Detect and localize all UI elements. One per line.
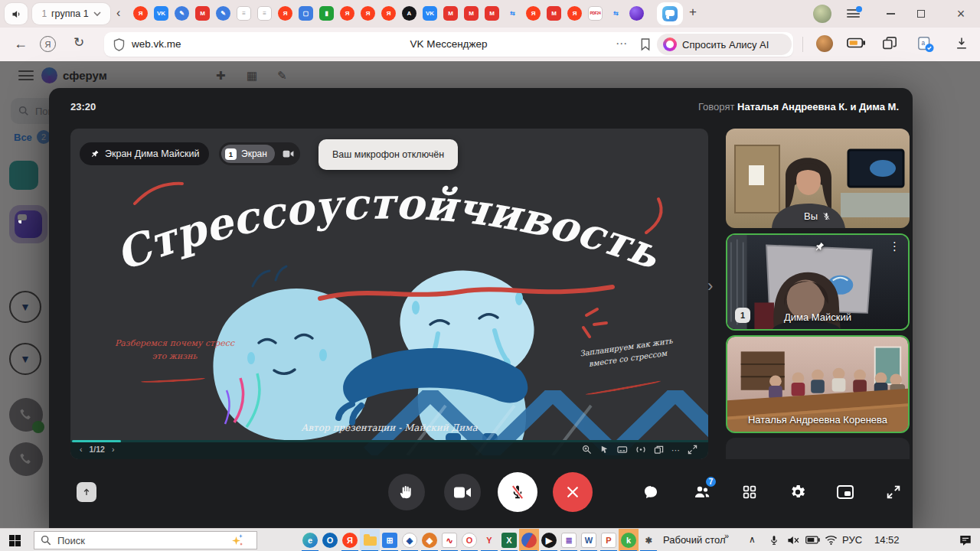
refresh-button[interactable]: ↻ xyxy=(74,34,84,51)
next-slide-button[interactable]: › xyxy=(112,445,115,454)
captions-icon[interactable] xyxy=(617,445,628,455)
taskbar-app[interactable]: O xyxy=(320,529,340,551)
window-minimize-button[interactable] xyxy=(879,0,902,28)
tab-active-messenger[interactable] xyxy=(657,2,683,25)
browser-tab[interactable]: А xyxy=(402,6,416,21)
taskbar-app[interactable] xyxy=(360,529,380,551)
extension-avatar-icon[interactable] xyxy=(816,35,833,52)
taskbar-app[interactable] xyxy=(519,529,539,551)
browser-tab[interactable]: М xyxy=(485,6,499,21)
browser-tab[interactable]: ▮ xyxy=(319,6,334,21)
browser-tab[interactable]: ✎ xyxy=(216,6,230,21)
taskbar-app[interactable]: W xyxy=(579,529,599,551)
slides-copy-icon[interactable] xyxy=(654,445,664,455)
call-history-avatar[interactable] xyxy=(9,398,43,432)
grid-view-button[interactable] xyxy=(734,477,765,507)
new-tab-button[interactable]: + xyxy=(689,5,697,20)
presentation-progress-track[interactable] xyxy=(70,440,708,442)
taskbar-app[interactable]: ≣ xyxy=(559,529,579,551)
tray-expand-chevron[interactable]: ∧ xyxy=(749,534,756,545)
pointer-icon[interactable] xyxy=(599,445,609,455)
hamburger-menu-icon[interactable] xyxy=(18,70,34,80)
taskbar-app[interactable]: k xyxy=(619,529,639,551)
start-button[interactable] xyxy=(9,535,21,546)
tray-wifi-icon[interactable] xyxy=(825,534,838,546)
collapse-panel-chevron[interactable]: › xyxy=(707,276,713,296)
desktop-label[interactable]: Рабочий стол xyxy=(663,534,726,546)
picture-in-picture-button[interactable] xyxy=(830,477,861,507)
browser-tab[interactable]: Я xyxy=(361,6,375,21)
taskbar-app[interactable]: ⊞ xyxy=(380,529,400,551)
browser-tab[interactable]: Я xyxy=(381,6,396,21)
chat-avatar-teal[interactable] xyxy=(9,161,38,190)
browser-tab[interactable]: ≡ xyxy=(257,6,272,21)
tray-battery-icon[interactable] xyxy=(805,536,820,544)
profile-avatar[interactable] xyxy=(813,5,831,23)
browser-tab[interactable] xyxy=(629,6,644,21)
participant-tile-partial[interactable] xyxy=(726,438,910,459)
fullscreen-button[interactable] xyxy=(878,477,909,507)
browser-tab[interactable]: VK xyxy=(154,6,168,21)
settings-button[interactable] xyxy=(782,477,813,507)
broadcast-icon[interactable] xyxy=(635,445,646,455)
browser-tab[interactable]: ≡ xyxy=(237,6,251,21)
tab-scroll-left-button[interactable]: ‹ xyxy=(116,6,120,20)
browser-tab[interactable]: ✎ xyxy=(175,6,189,21)
notifications-icon[interactable] xyxy=(959,534,972,546)
taskbar-app[interactable]: O xyxy=(459,529,479,551)
apps-grid-icon[interactable]: ▦ xyxy=(247,69,257,83)
screen-toggle-option[interactable]: 1 Экран xyxy=(221,145,275,163)
taskbar-app[interactable]: Y xyxy=(479,529,499,551)
browser-menu-button[interactable] xyxy=(847,9,860,18)
taskbar-app[interactable]: ✱ xyxy=(639,529,658,551)
browser-tab[interactable]: Я xyxy=(278,6,292,21)
prev-slide-button[interactable]: ‹ xyxy=(80,445,83,454)
participant-tile-natalya[interactable]: Наталья Андреевна Коренева xyxy=(726,335,910,433)
participant-tile-dima[interactable]: ⋮ 1 Дима Майский xyxy=(726,233,910,331)
address-bar[interactable]: web.vk.me VK Мессенджер ⋯ Спросить Алису… xyxy=(104,32,793,57)
browser-tab[interactable]: М xyxy=(547,6,561,21)
tile-menu-icon[interactable]: ⋮ xyxy=(889,240,900,253)
taskbar-app[interactable]: P xyxy=(599,529,619,551)
camera-toggle-option[interactable] xyxy=(277,149,300,158)
compose-icon[interactable]: ✎ xyxy=(277,69,287,83)
tab-group[interactable]: 1 группа 1 xyxy=(32,3,110,24)
browser-tab[interactable]: Я xyxy=(340,6,354,21)
download-button[interactable] xyxy=(954,36,969,54)
add-member-icon[interactable]: ✚ xyxy=(216,69,226,83)
extension-tabs-icon[interactable] xyxy=(882,36,897,54)
call-history-avatar[interactable] xyxy=(9,442,43,476)
browser-tab[interactable]: ⇆ xyxy=(505,6,520,21)
browser-tab[interactable]: М xyxy=(195,6,210,21)
more-actions-button[interactable]: ⋯ xyxy=(616,37,628,51)
participant-tile-you[interactable]: Вы xyxy=(726,129,910,228)
taskbar-app[interactable]: ▶ xyxy=(539,529,559,551)
taskbar-search-input[interactable]: Поиск xyxy=(34,531,257,549)
browser-tab[interactable]: М xyxy=(464,6,479,21)
chat-avatar-college-emblem[interactable]: ▼ xyxy=(9,291,41,323)
chat-button[interactable] xyxy=(635,477,666,507)
filter-all[interactable]: Все xyxy=(14,132,32,143)
chat-avatar-college-emblem[interactable]: ▼ xyxy=(9,343,41,375)
yandex-services-button[interactable]: Я xyxy=(40,36,56,52)
browser-tab[interactable]: Я xyxy=(526,6,541,21)
extension-translate-icon[interactable]: а xyxy=(917,36,934,55)
taskbar-app[interactable]: ◈ xyxy=(400,529,420,551)
window-close-button[interactable]: × xyxy=(949,0,972,28)
pinned-screen-pill[interactable]: Экран Дима Майский xyxy=(80,142,209,165)
browser-tab[interactable]: Я xyxy=(567,6,582,21)
tab-audio-button[interactable] xyxy=(5,3,28,24)
taskbar-app[interactable]: ∿ xyxy=(439,529,459,551)
participants-button[interactable]: 7 xyxy=(687,477,717,507)
tray-mic-icon[interactable] xyxy=(769,534,779,546)
zoom-in-icon[interactable] xyxy=(582,445,592,455)
taskbar-app[interactable]: e xyxy=(300,529,320,551)
ask-alice-button[interactable]: Спросить Алису AI xyxy=(657,34,792,55)
extension-battery-icon[interactable] xyxy=(847,37,865,51)
viewer-fullscreen-icon[interactable] xyxy=(688,445,697,455)
chat-avatar-selected[interactable] xyxy=(9,205,47,243)
browser-tab[interactable]: ⇆ xyxy=(609,6,623,21)
window-maximize-button[interactable] xyxy=(910,0,933,28)
taskbar-app[interactable]: Я xyxy=(340,529,360,551)
tray-volume-muted-icon[interactable] xyxy=(787,535,800,546)
